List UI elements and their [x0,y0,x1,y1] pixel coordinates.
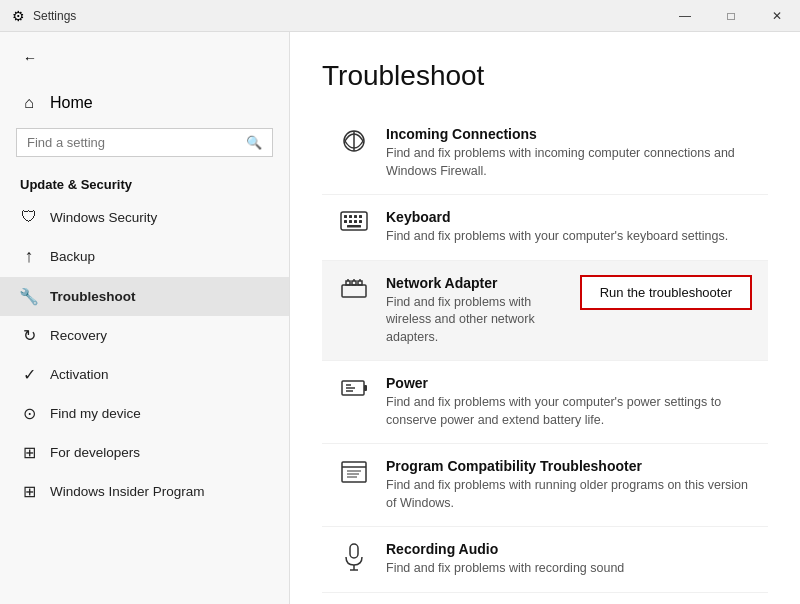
svg-rect-4 [349,215,352,218]
incoming-connections-name: Incoming Connections [386,126,752,142]
svg-rect-3 [344,215,347,218]
troubleshoot-item-program-compatibility: Program Compatibility Troubleshooter Fin… [322,444,768,527]
recording-audio-icon [338,543,370,571]
sidebar: ← ⌂ Home 🔍 Update & Security 🛡 Windows S… [0,32,290,604]
troubleshoot-item-network-adapter: Network Adapter Find and fix problems wi… [322,261,768,362]
incoming-connections-text: Incoming Connections Find and fix proble… [386,126,752,180]
troubleshoot-item-search-indexing: Search and Indexing Find and fix problem… [322,593,768,605]
incoming-connections-desc: Find and fix problems with incoming comp… [386,145,752,180]
shield-icon: 🛡 [20,208,38,226]
troubleshoot-item-incoming-connections: Incoming Connections Find and fix proble… [322,112,768,195]
sidebar-item-label: Find my device [50,406,141,421]
titlebar-title: Settings [33,9,76,23]
svg-rect-15 [358,281,362,285]
sidebar-item-windows-insider[interactable]: ⊞ Windows Insider Program [0,472,289,511]
sidebar-item-label: Backup [50,249,95,264]
svg-rect-29 [350,544,358,558]
recording-audio-name: Recording Audio [386,541,752,557]
svg-rect-5 [354,215,357,218]
search-input[interactable] [27,135,246,150]
power-icon [338,377,370,397]
developers-icon: ⊞ [20,443,38,462]
power-text: Power Find and fix problems with your co… [386,375,752,429]
troubleshoot-item-power: Power Find and fix problems with your co… [322,361,768,444]
keyboard-text: Keyboard Find and fix problems with your… [386,209,752,246]
keyboard-desc: Find and fix problems with your computer… [386,228,752,246]
back-button[interactable]: ← [16,44,44,72]
titlebar: ⚙ Settings — □ ✕ [0,0,800,32]
sidebar-item-activation[interactable]: ✓ Activation [0,355,289,394]
settings-icon: ⚙ [12,8,25,24]
recovery-icon: ↻ [20,326,38,345]
svg-rect-8 [349,220,352,223]
network-adapter-name: Network Adapter [386,275,564,291]
program-compatibility-text: Program Compatibility Troubleshooter Fin… [386,458,752,512]
close-button[interactable]: ✕ [754,0,800,32]
network-adapter-icon [338,277,370,301]
sidebar-item-label: Windows Security [50,210,157,225]
sidebar-item-home[interactable]: ⌂ Home [0,84,289,122]
power-name: Power [386,375,752,391]
svg-rect-6 [359,215,362,218]
power-desc: Find and fix problems with your computer… [386,394,752,429]
incoming-connections-icon [338,128,370,154]
sidebar-item-recovery[interactable]: ↻ Recovery [0,316,289,355]
sidebar-item-backup[interactable]: ↑ Backup [0,236,289,277]
minimize-button[interactable]: — [662,0,708,32]
program-compatibility-icon [338,460,370,484]
svg-rect-11 [347,225,361,228]
run-troubleshooter-button[interactable]: Run the troubleshooter [580,275,752,310]
page-title: Troubleshoot [322,60,768,92]
troubleshoot-item-recording-audio: Recording Audio Find and fix problems wi… [322,527,768,593]
keyboard-name: Keyboard [386,209,752,225]
search-icon: 🔍 [246,135,262,150]
svg-rect-7 [344,220,347,223]
svg-rect-12 [342,285,366,297]
sidebar-item-label: Activation [50,367,109,382]
recording-audio-text: Recording Audio Find and fix problems wi… [386,541,752,578]
svg-rect-24 [342,462,366,482]
svg-rect-10 [359,220,362,223]
backup-icon: ↑ [20,246,38,267]
activation-icon: ✓ [20,365,38,384]
program-compatibility-name: Program Compatibility Troubleshooter [386,458,752,474]
program-compatibility-desc: Find and fix problems with running older… [386,477,752,512]
app-body: ← ⌂ Home 🔍 Update & Security 🛡 Windows S… [0,32,800,604]
sidebar-item-for-developers[interactable]: ⊞ For developers [0,433,289,472]
network-adapter-action: Run the troubleshooter [580,275,752,310]
recording-audio-desc: Find and fix problems with recording sou… [386,560,752,578]
sidebar-item-label: Troubleshoot [50,289,136,304]
sidebar-item-label: For developers [50,445,140,460]
svg-rect-9 [354,220,357,223]
insider-icon: ⊞ [20,482,38,501]
sidebar-item-label: Recovery [50,328,107,343]
sidebar-section-header: Update & Security [0,169,289,198]
svg-rect-13 [346,281,350,285]
svg-rect-14 [352,281,356,285]
network-adapter-desc: Find and fix problems with wireless and … [386,294,564,347]
sidebar-item-troubleshoot[interactable]: 🔧 Troubleshoot [0,277,289,316]
sidebar-nav-top: ← [0,32,289,84]
find-device-icon: ⊙ [20,404,38,423]
sidebar-item-label: Windows Insider Program [50,484,205,499]
troubleshoot-icon: 🔧 [20,287,38,306]
keyboard-icon [338,211,370,231]
network-adapter-text: Network Adapter Find and fix problems wi… [386,275,564,347]
home-icon: ⌂ [20,94,38,112]
titlebar-controls: — □ ✕ [662,0,800,32]
main-content: Troubleshoot Incoming Connections Find a… [290,32,800,604]
sidebar-item-windows-security[interactable]: 🛡 Windows Security [0,198,289,236]
maximize-button[interactable]: □ [708,0,754,32]
troubleshoot-item-keyboard: Keyboard Find and fix problems with your… [322,195,768,261]
search-box: 🔍 [16,128,273,157]
titlebar-left: ⚙ Settings [12,8,76,24]
sidebar-item-find-my-device[interactable]: ⊙ Find my device [0,394,289,433]
home-label: Home [50,94,93,112]
svg-rect-20 [364,385,367,391]
